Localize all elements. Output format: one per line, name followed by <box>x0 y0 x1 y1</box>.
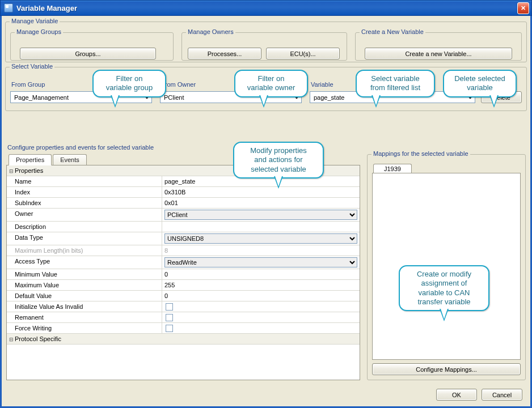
prop-initinvalid-check[interactable] <box>166 303 173 311</box>
configure-section: Configure properties and events for sele… <box>6 144 526 380</box>
callout-modify-properties: Modify propertiesand actions forselected… <box>233 142 324 178</box>
select-variable-legend: Select Variable <box>10 63 54 70</box>
prop-min-value[interactable]: 0 <box>164 271 168 278</box>
callout-select-variable: Select variablefrom filtered list <box>356 70 435 97</box>
prop-maxlen-label: Maximum Length(in bits) <box>15 247 83 254</box>
callout-delete-variable: Delete selectedvariable <box>443 70 517 97</box>
app-icon <box>4 3 13 12</box>
prop-name-value[interactable]: page_state <box>164 178 195 185</box>
groups-button[interactable]: Groups... <box>20 48 156 60</box>
manage-variable-group: Manage Variable Manage Groups Groups... … <box>5 22 527 62</box>
tab-properties[interactable]: Properties <box>9 154 52 165</box>
variable-label: Variable <box>311 81 333 88</box>
prop-owner-select[interactable]: PClient <box>164 210 357 220</box>
prop-access-select[interactable]: ReadWrite <box>164 257 357 267</box>
mappings-tab-j1939[interactable]: J1939 <box>373 164 412 173</box>
callout-mappings: Create or modifyassignment ofvariable to… <box>399 265 489 311</box>
manage-variable-legend: Manage Variable <box>10 18 60 24</box>
collapse-icon[interactable]: ⊟ <box>8 167 15 174</box>
from-owner-label: From Owner <box>161 81 196 88</box>
group-protocol[interactable]: ⊟Protocol Specific <box>7 334 360 345</box>
prop-access-label: Access Type <box>15 258 50 267</box>
property-grid: ⊟Properties Namepage_state Index0x310B S… <box>6 165 360 380</box>
prop-index-label: Index <box>15 189 30 196</box>
collapse-icon[interactable]: ⊟ <box>8 335 15 342</box>
prop-remanent-label: Remanent <box>15 314 44 321</box>
manage-owners-box: Manage Owners Processes... ECU(s)... <box>181 32 347 61</box>
from-group-label: From Group <box>11 81 45 88</box>
prop-def-label: Default Value <box>15 292 52 299</box>
prop-maxlen-value: 8 <box>164 247 168 254</box>
prop-def-value[interactable]: 0 <box>164 292 168 299</box>
processes-button[interactable]: Processes... <box>188 48 261 60</box>
prop-subindex-value[interactable]: 0x01 <box>164 199 178 206</box>
manage-groups-legend: Manage Groups <box>15 28 63 35</box>
prop-subindex-label: SubIndex <box>15 199 41 206</box>
prop-description-label: Description <box>15 223 46 230</box>
prop-force-label: Force Writing <box>15 325 52 332</box>
tab-events[interactable]: Events <box>53 154 87 165</box>
create-variable-button[interactable]: Create a new Variable... <box>365 48 512 60</box>
prop-datatype-label: Data Type <box>15 234 43 243</box>
prop-name-label: Name <box>15 178 31 185</box>
prop-max-value[interactable]: 255 <box>164 282 175 288</box>
prop-initinvalid-label: Initialize Value As Invalid <box>15 303 83 310</box>
create-variable-box: Create a New Variable Create a new Varia… <box>355 32 522 61</box>
callout-filter-group: Filter onvariable group <box>92 70 166 97</box>
prop-min-label: Minimum Value <box>15 271 57 278</box>
properties-panel: Properties Events ⊟Properties Namepage_s… <box>6 154 360 380</box>
dialog-body: Manage Variable Manage Groups Groups... … <box>0 16 532 408</box>
prop-remanent-check[interactable] <box>166 314 173 321</box>
mappings-legend: Mappings for the selected variable <box>371 150 470 157</box>
ok-button[interactable]: OK <box>436 389 477 401</box>
prop-index-value[interactable]: 0x310B <box>164 189 185 196</box>
prop-force-check[interactable] <box>166 325 173 332</box>
dialog-buttons: OK Cancel <box>436 389 522 401</box>
callout-filter-owner: Filter onvariable owner <box>234 70 308 97</box>
prop-max-label: Maximum Value <box>15 282 59 288</box>
prop-owner-label: Owner <box>15 210 33 219</box>
window-title: Variable Manager <box>16 4 517 12</box>
manage-owners-legend: Manage Owners <box>186 28 235 35</box>
title-bar: Variable Manager ✕ <box>0 0 532 16</box>
ecus-button[interactable]: ECU(s)... <box>266 48 340 60</box>
cancel-button[interactable]: Cancel <box>482 389 522 401</box>
manage-groups-box: Manage Groups Groups... <box>10 32 174 61</box>
create-variable-legend: Create a New Variable <box>360 28 425 35</box>
configure-mappings-button[interactable]: Configure Mappings... <box>372 363 521 375</box>
close-icon[interactable]: ✕ <box>517 2 529 14</box>
prop-datatype-select[interactable]: UNSIGNED8 <box>164 233 357 244</box>
